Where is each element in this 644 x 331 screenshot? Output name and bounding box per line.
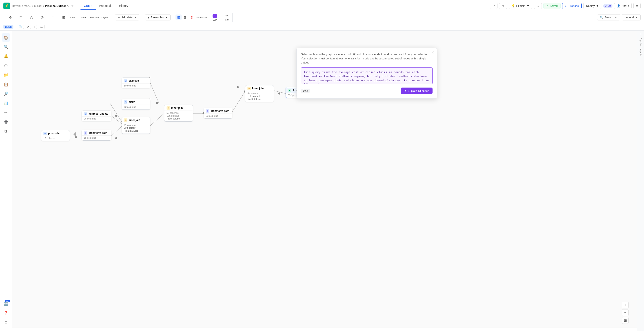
sidebar-item-search2[interactable]: 🔎: [2, 90, 10, 98]
node-claim-meta: 12 columns: [124, 106, 148, 108]
zoom-in-button[interactable]: +: [622, 302, 629, 308]
transform-group: ⊟ ⊞ ⊘ Transform: [174, 14, 208, 20]
transform-stack-button[interactable]: ⊟: [176, 14, 182, 20]
svg-point-10: [115, 115, 117, 117]
node-inner-join-1[interactable]: ⊕ Inner join 41 columns Left dataset Rig…: [122, 117, 150, 134]
breadcrumb-builder[interactable]: builder: [34, 4, 42, 8]
node-inner-join-2[interactable]: ⊕ Inner join 52 columns Left dataset Rig…: [164, 105, 193, 122]
search-button[interactable]: 🔍 Search ▼: [597, 14, 620, 20]
breadcrumb-sep1: ›: [32, 4, 33, 8]
table-node-icon2: ⊟: [124, 100, 127, 104]
stop-icon: ⊘: [190, 15, 193, 20]
breadcrumb-current: Pipeline Builder AI: [45, 4, 70, 8]
propose-button[interactable]: ⬡ Propose: [562, 3, 582, 9]
explain-button[interactable]: 💡 Explain ▼: [509, 3, 532, 9]
table-node-icon3: ⊟: [84, 112, 87, 116]
sidebar-item-draw[interactable]: ✏: [2, 108, 10, 117]
sidebar-item-layers[interactable]: ⧉: [2, 127, 10, 136]
sidebar-item-new[interactable]: 🆕 New: [2, 300, 10, 308]
saved-button[interactable]: ✓ Saved: [544, 3, 560, 9]
popup-instruction-text: Select tables on the graph as inputs. Ho…: [301, 52, 432, 65]
clock-tool-button[interactable]: ◷: [37, 13, 47, 22]
deploy-button[interactable]: Deploy ▼: [583, 3, 602, 9]
bottom-bar: ⊟ Selection preview ⌃: [12, 328, 637, 331]
transform-table-button[interactable]: ⊞: [182, 14, 188, 20]
propose-icon: ⬡: [565, 4, 567, 8]
node-claimant-title: claimant: [129, 79, 139, 82]
move-icon: ✥: [9, 15, 12, 20]
svg-line-1: [110, 126, 123, 137]
node-transform-left-title: Transform path: [88, 132, 107, 134]
star-icon[interactable]: ☆: [71, 4, 74, 8]
sidebar-item-recent[interactable]: ◷: [2, 61, 10, 70]
svg-point-11: [75, 136, 77, 138]
redo-button[interactable]: ↪: [499, 3, 507, 9]
grid-tool-button[interactable]: ⊞: [58, 13, 68, 22]
node-inner-join-3[interactable]: ⊕ Inner join 3 columns Left dataset Righ…: [245, 85, 274, 102]
tab-proposals[interactable]: Proposals: [96, 2, 116, 10]
sidebar-item-plus[interactable]: ➕: [2, 118, 10, 126]
tab-graph[interactable]: Graph: [80, 2, 96, 10]
popup-query-textarea[interactable]: This query finds the average cost of clo…: [301, 67, 432, 84]
tab-history[interactable]: History: [116, 2, 132, 10]
edit-button[interactable]: ✏ Edit: [223, 13, 231, 22]
sidebar-item-chart[interactable]: 📊: [2, 99, 10, 107]
add-data-button[interactable]: ⊕ Add data ▼: [115, 14, 139, 20]
node-transform-path-main[interactable]: ⟳ Transform path 53 columns: [204, 108, 232, 119]
join-node-icon2: ⊕: [166, 106, 170, 110]
zoom-out-button[interactable]: −: [622, 309, 629, 316]
settings-btn[interactable]: ⚙: [25, 25, 31, 29]
sidebar-item-search[interactable]: 🔍: [2, 42, 10, 51]
left-sidebar: 🏠 🔍 🔔 ◷ 📁 📋 🔎 📊 ✏ ➕ ⧉ 🆕 New ❓ □ ↗: [0, 31, 12, 331]
sidebar-item-bell[interactable]: 🔔: [2, 52, 10, 60]
tools-group: ✥ ⬚ ◎ ◷ ⠿ ⊞ Tools: [4, 13, 77, 22]
undo-button[interactable]: ↩: [490, 3, 498, 9]
node-transform-path-left[interactable]: ⟳ Transform path 15 columns: [82, 130, 112, 140]
node-claim[interactable]: ⊟ claim 12 columns: [122, 99, 150, 110]
node-transform-left-meta: 15 columns: [84, 136, 109, 139]
node-postcode[interactable]: ⊟ postcode 15 columns: [41, 130, 70, 141]
sidebar-item-arrow[interactable]: ↗: [2, 328, 10, 331]
share-button[interactable]: 👤 Share: [614, 3, 632, 9]
sidebar-item-home[interactable]: 🏠: [2, 33, 10, 42]
svg-point-20: [278, 92, 280, 94]
zoom-controls: + − ⊞: [622, 302, 629, 324]
help-btn[interactable]: ?: [32, 25, 37, 29]
node-postcode-meta: 15 columns: [44, 137, 68, 140]
sidebar-item-table[interactable]: 📋: [2, 80, 10, 88]
more-button[interactable]: ...: [534, 3, 542, 9]
node-claimant[interactable]: ⊟ claimant 30 columns: [122, 78, 150, 88]
breadcrumb-parent[interactable]: Revenue Man...: [12, 4, 32, 8]
check-icon: ✓: [546, 4, 548, 8]
node-address-meta: 26 columns: [84, 117, 109, 120]
node-address-update[interactable]: ⊟ address_update 26 columns: [82, 110, 112, 122]
explain-icon: 💡: [512, 4, 515, 8]
sidebar-item-box[interactable]: □: [2, 318, 10, 327]
legend-button[interactable]: Legend ▼: [622, 14, 640, 20]
file-icon-btn[interactable]: 📄: [17, 25, 24, 29]
select-tool-button[interactable]: ⬚: [16, 13, 26, 22]
dots-tool-button[interactable]: ⠿: [48, 13, 58, 22]
explain-nodes-button[interactable]: ✦ Explain 13 nodes: [401, 88, 432, 94]
popup-footer: Beta ✦ Explain 13 nodes: [301, 88, 432, 94]
layout-num-btn[interactable]: □1: [38, 25, 44, 29]
sidebar-item-help[interactable]: ❓: [2, 309, 10, 317]
table-node-icon4: ⊟: [44, 132, 47, 135]
transform-stop-button[interactable]: ⊘: [189, 14, 195, 20]
select-label: Select: [81, 16, 88, 19]
node-inner-join2-left: Left dataset: [166, 114, 190, 117]
popup-close-button[interactable]: ✕: [432, 50, 434, 54]
node-inner-join1-right: Right dataset: [124, 129, 148, 132]
menu-button[interactable]: ≡: [633, 3, 640, 9]
sidebar-item-folder[interactable]: 📁: [2, 71, 10, 79]
clock-icon: ◷: [41, 15, 44, 20]
target-tool-button[interactable]: ◎: [26, 13, 37, 22]
right-panel-toggle[interactable]: ›: [640, 32, 641, 36]
zoom-fit-button[interactable]: ⊞: [622, 317, 629, 324]
move-tool-button[interactable]: ✥: [5, 13, 15, 22]
reusables-button[interactable]: ƒ Reusables ▼: [145, 14, 170, 20]
aip-button[interactable]: ✦ AIP: [210, 13, 219, 22]
search-icon: 🔍: [600, 16, 603, 19]
batch-subheader: Batch 📄 ⚙ ? □1: [0, 23, 644, 31]
transform-node-icon2: ⟳: [206, 109, 209, 113]
